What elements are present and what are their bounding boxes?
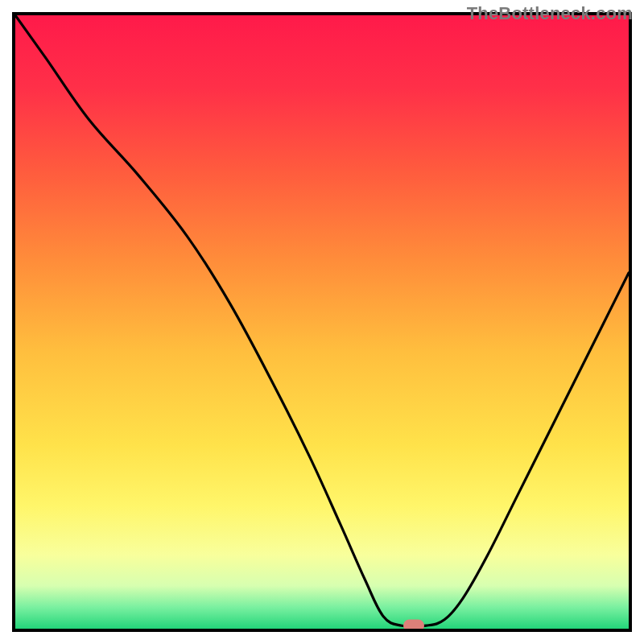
plot-area xyxy=(12,12,632,632)
watermark-text: TheBottleneck.com xyxy=(467,3,633,24)
bottleneck-curve xyxy=(15,15,629,629)
optimal-marker xyxy=(403,620,424,632)
chart-stage: TheBottleneck.com xyxy=(0,0,644,644)
